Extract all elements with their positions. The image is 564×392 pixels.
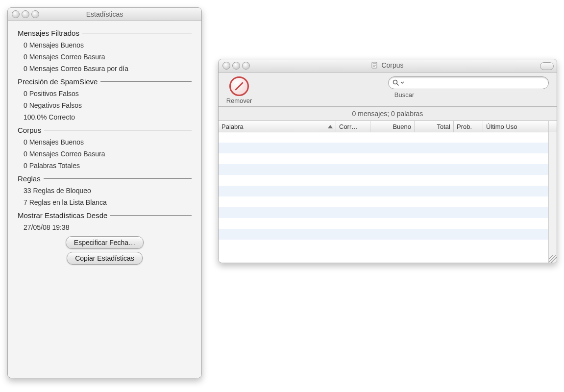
stat-correct: 100.0% Correcto	[24, 113, 192, 121]
table-row	[219, 196, 549, 207]
stats-window: Estadísticas Mensajes Filtrados 0 Mensaj…	[7, 7, 202, 378]
table-header: Palabra Corr… Bueno Total Prob. Último U…	[219, 121, 557, 132]
section-precision: Precisión de SpamSieve 0 Positivos Falso…	[18, 77, 192, 121]
stat-allow-rules: 7 Reglas en la Lista Blanca	[24, 198, 192, 206]
table-row	[219, 229, 549, 240]
stat-block-rules: 33 Reglas de Bloqueo	[24, 187, 192, 195]
section-rules: Reglas 33 Reglas de Bloqueo 7 Reglas en …	[18, 174, 192, 206]
zoom-icon[interactable]	[31, 10, 39, 18]
window-controls	[12, 10, 39, 18]
minimize-icon[interactable]	[22, 10, 29, 18]
minimize-icon[interactable]	[232, 62, 240, 70]
table-row	[219, 175, 549, 186]
section-since: Mostrar Estadísticas Desde 27/05/08 19:3…	[18, 211, 192, 231]
toolbar-toggle-icon[interactable]	[540, 62, 554, 70]
search-input-field[interactable]	[406, 79, 544, 87]
stat-false-negatives: 0 Negativos Falsos	[24, 101, 192, 109]
table-row	[219, 218, 549, 229]
col-junk[interactable]: Corr…	[336, 121, 370, 132]
col-total[interactable]: Total	[415, 121, 454, 132]
col-word[interactable]: Palabra	[219, 121, 336, 132]
corpus-title: Corpus	[219, 61, 557, 70]
corpus-toolbar: Remover Buscar	[219, 73, 557, 107]
stat-good-messages: 0 Mensajes Buenos	[24, 41, 192, 49]
resize-grip-icon[interactable]	[549, 255, 557, 263]
vertical-scrollbar[interactable]	[548, 132, 557, 263]
zoom-icon[interactable]	[242, 62, 250, 70]
table-row	[219, 143, 549, 153]
table-row	[219, 153, 549, 164]
col-good[interactable]: Bueno	[370, 121, 415, 132]
search-input[interactable]	[388, 76, 549, 89]
stats-titlebar[interactable]: Estadísticas	[8, 8, 201, 21]
copy-stats-button[interactable]: Copiar Estadísticas	[67, 252, 143, 265]
table-row	[219, 186, 549, 196]
svg-rect-0	[372, 62, 377, 68]
stat-corpus-words: 0 Palabras Totales	[24, 162, 192, 170]
table-row	[219, 132, 549, 143]
col-word-label: Palabra	[221, 123, 244, 130]
section-corpus-title: Corpus	[18, 126, 41, 134]
search-icon	[392, 79, 399, 86]
section-precision-title: Precisión de SpamSieve	[18, 77, 98, 86]
stat-junk-per-day: 0 Mensajes Correo Basura por día	[24, 65, 192, 73]
table-rows	[219, 132, 549, 263]
specify-date-button[interactable]: Especificar Fecha…	[66, 236, 144, 249]
close-icon[interactable]	[12, 10, 20, 18]
corpus-title-text: Corpus	[381, 61, 403, 69]
col-last[interactable]: Último Uso	[483, 121, 549, 132]
document-icon	[371, 62, 377, 70]
sort-asc-icon	[328, 125, 333, 128]
stat-false-positives: 0 Positivos Falsos	[24, 90, 192, 98]
stats-body: Mensajes Filtrados 0 Mensajes Buenos 0 M…	[8, 21, 201, 378]
stat-junk-messages: 0 Mensajes Correo Basura	[24, 53, 192, 61]
remove-button[interactable]: Remover	[224, 76, 254, 104]
corpus-table: Palabra Corr… Bueno Total Prob. Último U…	[219, 121, 557, 263]
close-icon[interactable]	[222, 62, 230, 70]
col-scroll-spacer	[549, 121, 557, 132]
col-prob[interactable]: Prob.	[454, 121, 483, 132]
chevron-down-icon	[400, 81, 404, 84]
divider-icon	[44, 130, 192, 130]
remove-icon	[229, 76, 249, 96]
search-block: Buscar	[260, 76, 549, 98]
corpus-status: 0 mensajes; 0 palabras	[219, 107, 557, 121]
stat-corpus-good: 0 Mensajes Buenos	[24, 138, 192, 146]
table-row	[219, 207, 549, 218]
search-label: Buscar	[394, 91, 414, 98]
remove-label: Remover	[226, 97, 252, 104]
svg-line-2	[397, 84, 399, 86]
window-controls	[222, 62, 250, 70]
corpus-window: Corpus Remover Buscar 0 mensajes; 0 pala…	[218, 59, 557, 263]
section-since-title: Mostrar Estadísticas Desde	[18, 211, 107, 220]
stat-since-date: 27/05/08 19:38	[24, 223, 192, 231]
divider-icon	[100, 81, 192, 82]
section-corpus: Corpus 0 Mensajes Buenos 0 Mensajes Corr…	[18, 126, 192, 170]
table-row	[219, 164, 549, 175]
section-filtered: Mensajes Filtrados 0 Mensajes Buenos 0 M…	[18, 29, 192, 73]
divider-icon	[110, 215, 192, 216]
corpus-titlebar[interactable]: Corpus	[219, 59, 557, 73]
divider-icon	[82, 33, 192, 33]
divider-icon	[44, 178, 192, 179]
section-rules-title: Reglas	[18, 174, 41, 183]
stat-corpus-junk: 0 Mensajes Correo Basura	[24, 150, 192, 158]
section-filtered-title: Mensajes Filtrados	[18, 29, 79, 37]
